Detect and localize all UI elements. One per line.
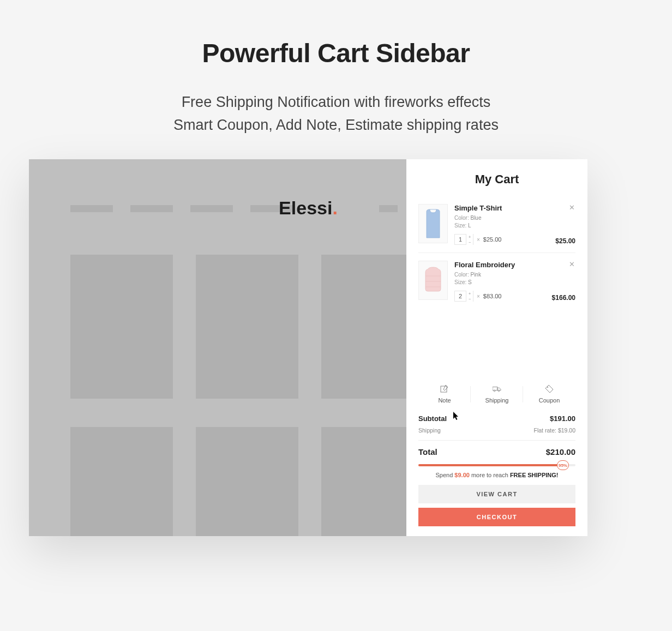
- times-icon: ×: [477, 293, 480, 299]
- total-value: $210.00: [546, 447, 575, 456]
- quantity-stepper[interactable]: 2 + −: [454, 291, 473, 302]
- remove-item-button[interactable]: ✕: [568, 261, 575, 268]
- note-tab[interactable]: Note: [418, 385, 471, 405]
- qty-down-button[interactable]: −: [466, 239, 473, 245]
- truck-icon: [493, 385, 501, 393]
- item-thumbnail[interactable]: [418, 261, 448, 300]
- shipping-cost-label: Shipping: [418, 427, 441, 434]
- free-shipping-progress: 95%: [418, 464, 575, 466]
- coupon-tab[interactable]: Coupon: [523, 385, 575, 405]
- times-icon: ×: [477, 237, 480, 243]
- headline-sub2: Smart Coupon, Add Note, Estimate shippin…: [0, 114, 672, 137]
- svg-point-4: [547, 387, 548, 388]
- cart-item: Simple T-Shirt Color: Blue Size: L 1 + −: [418, 196, 575, 253]
- svg-rect-1: [493, 387, 497, 390]
- checkout-button[interactable]: CHECKOUT: [418, 508, 575, 526]
- qty-value: 2: [455, 293, 466, 299]
- headline-sub1: Free Shipping Notification with firework…: [0, 91, 672, 114]
- qty-up-button[interactable]: +: [466, 234, 473, 239]
- subtotal-value: $191.00: [550, 414, 575, 423]
- svg-point-2: [494, 390, 495, 392]
- cart-title: My Cart: [406, 159, 587, 196]
- free-shipping-message: Spend $9.00 more to reach FREE SHIPPING!: [418, 472, 575, 478]
- view-cart-button[interactable]: VIEW CART: [418, 485, 575, 503]
- line-total: $166.00: [552, 294, 575, 302]
- site-mockup: Elessi. My Cart Simple T-Shirt Color: Bl…: [29, 159, 587, 536]
- tag-icon: [545, 385, 554, 393]
- unit-price: $83.00: [483, 293, 502, 299]
- remove-item-button[interactable]: ✕: [568, 204, 575, 212]
- item-name[interactable]: Floral Embroidery: [454, 261, 575, 269]
- svg-point-3: [498, 390, 500, 392]
- qty-up-button[interactable]: +: [466, 291, 473, 296]
- unit-price: $25.00: [483, 236, 502, 243]
- qty-value: 1: [455, 236, 466, 243]
- quantity-stepper[interactable]: 1 + −: [454, 234, 473, 245]
- nav-placeholder: [70, 205, 293, 212]
- product-grid-placeholder: [70, 255, 424, 536]
- line-total: $25.00: [555, 237, 575, 245]
- note-label: Note: [438, 397, 451, 404]
- shipping-label: Shipping: [485, 397, 509, 404]
- total-label: Total: [418, 447, 437, 456]
- progress-badge: 95%: [557, 460, 569, 470]
- subtotal-label: Subtotal: [418, 414, 447, 423]
- shipping-cost-value: Flat rate: $19.00: [534, 427, 575, 434]
- shipping-tab[interactable]: Shipping: [471, 385, 523, 405]
- item-thumbnail[interactable]: [418, 204, 448, 243]
- qty-down-button[interactable]: −: [466, 296, 473, 302]
- cart-sidebar: My Cart Simple T-Shirt Color: Blue Size:…: [406, 159, 587, 536]
- item-name[interactable]: Simple T-Shirt: [454, 204, 575, 212]
- cart-item: Floral Embroidery Color: Pink Size: S 2 …: [418, 253, 575, 309]
- headline-title: Powerful Cart Sidebar: [0, 38, 672, 68]
- coupon-label: Coupon: [539, 397, 560, 404]
- promo-headline: Powerful Cart Sidebar Free Shipping Noti…: [0, 0, 672, 137]
- note-icon: [440, 385, 449, 393]
